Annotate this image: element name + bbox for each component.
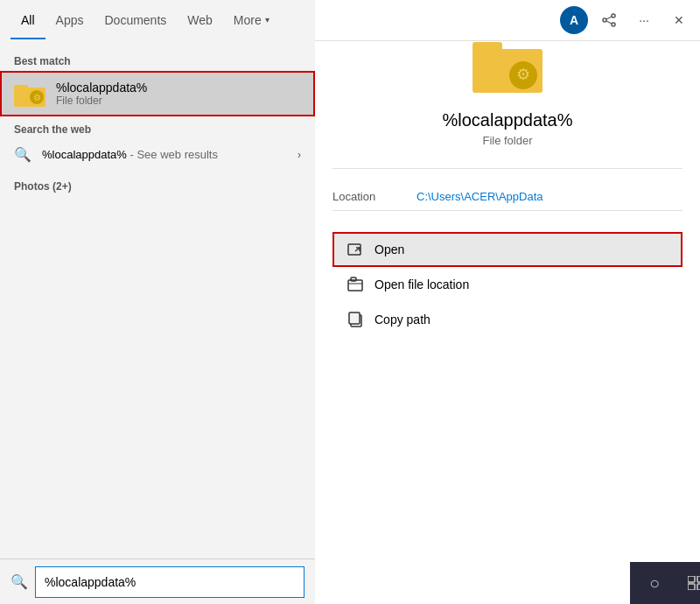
search-box-icon: 🔍 — [10, 573, 28, 590]
copy-path-button[interactable]: Copy path — [332, 302, 682, 337]
best-match-info: %localappdata% File folder — [56, 81, 301, 107]
svg-rect-18 — [349, 313, 360, 324]
web-result-item[interactable]: 🔍 %localappdata% - See web results › — [0, 139, 315, 170]
best-match-label: Best match — [0, 48, 315, 71]
web-result-text: %localappdata% - See web results — [42, 148, 218, 161]
tab-all[interactable]: All — [10, 0, 46, 39]
detail-location-row: Location C:\Users\ACER\AppData — [332, 183, 682, 210]
open-file-location-label: Open file location — [374, 277, 469, 291]
taskbar-taskview[interactable] — [679, 565, 700, 600]
tab-apps[interactable]: Apps — [46, 0, 94, 39]
taskbar-search[interactable]: ○ — [637, 565, 672, 600]
search-panel: All Apps Documents Web More ▾ Best match — [0, 0, 315, 604]
detail-title: %localappdata% — [443, 110, 573, 130]
detail-content: ⚙ %localappdata% File folder Location C:… — [315, 0, 700, 604]
open-label: Open — [374, 242, 404, 256]
svg-line-7 — [606, 17, 612, 19]
search-box-container: 🔍 — [0, 558, 315, 604]
detail-folder-icon: ⚙ — [472, 35, 542, 96]
share-button[interactable] — [595, 6, 623, 34]
search-icon: 🔍 — [14, 146, 32, 163]
chevron-down-icon: ▾ — [265, 15, 270, 25]
open-icon — [346, 241, 364, 258]
open-button[interactable]: Open — [332, 232, 682, 267]
svg-rect-13 — [348, 244, 360, 255]
detail-divider — [332, 168, 682, 169]
svg-rect-21 — [688, 584, 695, 590]
detail-actions: Open Open file location — [332, 232, 682, 337]
folder-svg: ⚙ — [14, 81, 46, 107]
svg-rect-19 — [688, 576, 695, 582]
user-avatar[interactable]: A — [560, 6, 588, 34]
svg-point-5 — [612, 23, 615, 26]
svg-rect-1 — [14, 85, 28, 92]
copy-icon — [346, 311, 364, 328]
svg-rect-16 — [351, 277, 356, 281]
detail-panel: A ··· ✕ ⚙ %loc — [315, 0, 700, 604]
chevron-right-icon: › — [298, 149, 301, 161]
more-options-button[interactable]: ··· — [630, 6, 658, 34]
open-file-location-button[interactable]: Open file location — [332, 267, 682, 302]
svg-rect-10 — [472, 42, 502, 56]
detail-subtitle: File folder — [482, 134, 532, 147]
svg-point-4 — [612, 14, 615, 18]
results-area: Best match ⚙ %localappdata% File folder … — [0, 41, 315, 558]
best-match-type: File folder — [56, 95, 301, 107]
search-input[interactable] — [35, 566, 304, 598]
file-location-icon — [346, 276, 364, 293]
best-match-name: %localappdata% — [56, 81, 301, 95]
svg-text:⚙: ⚙ — [516, 66, 530, 83]
web-section-label: Search the web — [0, 116, 315, 139]
nav-bar: All Apps Documents Web More ▾ — [0, 0, 315, 41]
detail-divider-2 — [332, 210, 682, 211]
copy-path-label: Copy path — [374, 313, 430, 327]
close-button[interactable]: ✕ — [665, 6, 693, 34]
tab-web[interactable]: Web — [177, 0, 223, 39]
svg-rect-15 — [348, 280, 362, 291]
location-path[interactable]: C:\Users\ACER\AppData — [416, 190, 543, 203]
tab-more[interactable]: More ▾ — [223, 0, 280, 39]
best-match-item[interactable]: ⚙ %localappdata% File folder — [0, 71, 315, 116]
photos-label: Photos (2+) — [0, 173, 315, 196]
svg-line-8 — [606, 21, 612, 24]
folder-icon: ⚙ — [14, 78, 46, 109]
taskbar: ○ 📁 🌐 ✉️ e 🛍️ 🎮 ⚙️ — [630, 562, 700, 604]
photos-section: Photos (2+) — [0, 170, 315, 200]
tab-documents[interactable]: Documents — [94, 0, 177, 39]
svg-point-6 — [603, 18, 606, 22]
svg-text:⚙: ⚙ — [33, 93, 41, 102]
location-label: Location — [332, 190, 402, 203]
